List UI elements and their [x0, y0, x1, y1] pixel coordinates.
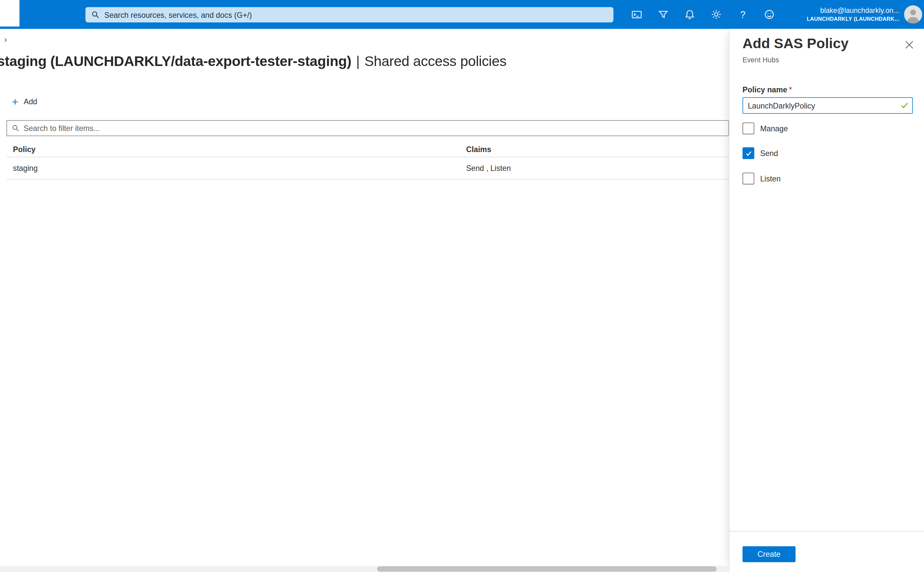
- bell-icon: [684, 9, 696, 20]
- breadcrumb-chevron[interactable]: ›: [4, 34, 7, 44]
- send-checkbox[interactable]: [742, 148, 755, 159]
- top-nav-bar: ? blake@launchdarkly.on... LAUNCHDARKLY …: [0, 0, 924, 29]
- required-marker: *: [787, 85, 792, 94]
- policies-table: Policy Claims staging Send , Listen: [6, 141, 729, 180]
- table-row[interactable]: staging Send , Listen: [6, 157, 729, 180]
- global-search[interactable]: [85, 7, 613, 22]
- close-button[interactable]: [905, 40, 915, 50]
- valid-check-icon: [901, 101, 909, 109]
- global-search-input[interactable]: [104, 10, 608, 19]
- checkbox-row-manage[interactable]: Manage: [742, 123, 788, 135]
- directory-filter-icon: [658, 9, 669, 20]
- directory-filter-button[interactable]: [650, 0, 676, 29]
- search-icon: [12, 124, 19, 132]
- page-title-resource: staging (LAUNCHDARKLY/data-export-tester…: [0, 53, 351, 69]
- panel-title: Add SAS Policy: [742, 35, 849, 52]
- create-button[interactable]: Create: [742, 546, 796, 562]
- policy-name-label: Policy name*: [742, 85, 792, 94]
- panel-subtitle: Event Hubs: [742, 56, 779, 64]
- topbar-icon-group: ?: [623, 0, 783, 29]
- page-title: staging (LAUNCHDARKLY/data-export-tester…: [0, 53, 506, 70]
- account-tenant: LAUNCHDARKLY (LAUNCHDARK...: [807, 15, 899, 22]
- listen-checkbox[interactable]: [742, 173, 755, 184]
- column-header-claims: Claims: [466, 145, 729, 154]
- avatar[interactable]: [904, 5, 922, 23]
- add-sas-policy-panel: Add SAS Policy Event Hubs Policy name* M…: [729, 29, 924, 572]
- horizontal-scrollbar-track[interactable]: [0, 566, 729, 572]
- window-corner: [0, 0, 19, 26]
- account-email: blake@launchdarkly.on...: [820, 6, 899, 16]
- checkbox-row-listen[interactable]: Listen: [742, 173, 781, 184]
- page-title-separator: |: [351, 53, 364, 69]
- filter-search-input[interactable]: [23, 124, 724, 133]
- check-icon: [745, 149, 752, 157]
- policy-name-input[interactable]: [742, 97, 913, 114]
- cloud-shell-button[interactable]: [623, 0, 650, 29]
- account-menu[interactable]: blake@launchdarkly.on... LAUNCHDARKLY (L…: [807, 0, 899, 29]
- plus-icon: +: [12, 96, 19, 107]
- help-button[interactable]: ?: [730, 0, 756, 29]
- policy-cell: staging: [6, 164, 466, 173]
- column-header-policy: Policy: [6, 145, 466, 154]
- search-icon: [92, 11, 99, 19]
- send-checkbox-label: Send: [760, 149, 778, 158]
- azure-portal-page: ? blake@launchdarkly.on... LAUNCHDARKLY …: [0, 0, 924, 572]
- add-button-label: Add: [24, 97, 37, 106]
- gear-icon: [711, 9, 722, 20]
- manage-checkbox-label: Manage: [760, 124, 788, 133]
- feedback-button[interactable]: [756, 0, 783, 29]
- listen-checkbox-label: Listen: [760, 174, 781, 183]
- manage-checkbox[interactable]: [742, 123, 755, 135]
- table-header-row: Policy Claims: [6, 141, 729, 157]
- avatar-icon: [904, 5, 922, 23]
- cloud-shell-icon: [631, 9, 642, 20]
- horizontal-scrollbar-thumb[interactable]: [377, 566, 716, 572]
- page-title-blade: Shared access policies: [365, 53, 507, 69]
- panel-footer-divider: [730, 531, 924, 532]
- policy-name-field-wrap: [742, 97, 913, 114]
- add-button[interactable]: + Add: [8, 93, 41, 109]
- claims-cell: Send , Listen: [466, 164, 729, 173]
- notifications-button[interactable]: [677, 0, 703, 29]
- smiley-icon: [764, 9, 775, 20]
- close-icon: [905, 40, 913, 49]
- checkbox-row-send[interactable]: Send: [742, 148, 778, 159]
- filter-search[interactable]: [6, 120, 729, 136]
- settings-button[interactable]: [703, 0, 729, 29]
- question-mark-icon: ?: [740, 9, 745, 19]
- policy-name-label-text: Policy name: [742, 85, 787, 94]
